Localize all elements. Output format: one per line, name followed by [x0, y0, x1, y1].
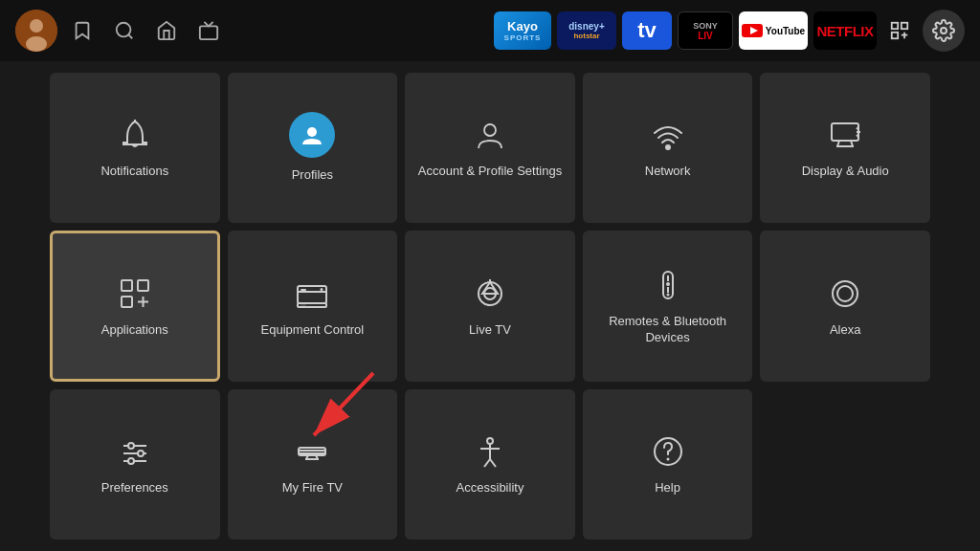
svg-line-4: [128, 34, 132, 38]
preferences-tile[interactable]: Preferences: [50, 389, 220, 540]
accessibility-label: Accessibility: [457, 480, 524, 496]
svg-line-21: [857, 127, 858, 129]
disney-hotstar-app[interactable]: disney+ hotstar: [557, 11, 616, 50]
tv-icon[interactable]: [191, 13, 226, 48]
svg-rect-8: [902, 23, 907, 29]
svg-point-12: [941, 28, 947, 33]
network-label: Network: [645, 164, 691, 180]
live-tv-icon: [471, 275, 509, 313]
equipment-control-tile[interactable]: Equipment Control: [228, 231, 398, 381]
svg-point-42: [666, 294, 669, 297]
svg-point-14: [307, 127, 317, 137]
profiles-label: Profiles: [292, 167, 333, 184]
help-tile[interactable]: Help: [583, 389, 753, 540]
alexa-tile[interactable]: Alexa: [760, 231, 930, 381]
notifications-label: Notifications: [100, 164, 168, 180]
svg-rect-25: [138, 280, 148, 291]
svg-point-1: [30, 19, 43, 33]
svg-line-60: [484, 459, 490, 467]
svg-rect-34: [301, 304, 306, 305]
my-fire-tv-label: My Fire TV: [282, 480, 343, 496]
svg-rect-31: [301, 289, 306, 291]
top-navigation: Kayo SPORTS disney+ hotstar tv SONY LIV …: [0, 0, 980, 61]
svg-point-16: [666, 145, 670, 149]
applications-tile[interactable]: Applications: [50, 231, 220, 381]
tv-app[interactable]: tv: [622, 11, 672, 50]
svg-point-49: [138, 451, 144, 456]
svg-rect-24: [122, 280, 132, 291]
svg-point-57: [487, 438, 493, 444]
kayo-app[interactable]: Kayo SPORTS: [494, 11, 551, 50]
equipment-control-icon: [293, 275, 331, 313]
svg-point-3: [117, 23, 131, 37]
my-fire-tv-icon: [293, 432, 331, 471]
svg-point-48: [128, 443, 134, 449]
bookmarks-icon[interactable]: [65, 13, 100, 48]
profiles-icon: [289, 112, 335, 158]
accessibility-tile[interactable]: Accessibility: [405, 389, 575, 540]
profiles-tile[interactable]: Profiles: [228, 73, 398, 223]
display-audio-label: Display & Audio: [802, 164, 889, 180]
settings-grid: Notifications Profiles Account & Profile…: [0, 61, 980, 551]
notifications-tile[interactable]: Notifications: [50, 73, 220, 223]
account-profile-icon: [471, 116, 509, 154]
svg-point-44: [837, 286, 853, 301]
svg-rect-9: [892, 33, 898, 38]
account-profile-settings-tile[interactable]: Account & Profile Settings: [405, 73, 575, 223]
sony-liv-app[interactable]: SONY LIV: [678, 11, 733, 50]
svg-point-32: [321, 288, 323, 291]
display-audio-tile[interactable]: Display & Audio: [760, 73, 930, 223]
svg-line-23: [857, 135, 858, 137]
network-tile[interactable]: Network: [583, 73, 753, 223]
youtube-app[interactable]: YouTube: [739, 11, 808, 50]
app-shortcuts: Kayo SPORTS disney+ hotstar tv SONY LIV …: [494, 10, 965, 52]
live-tv-label: Live TV: [469, 322, 511, 339]
remotes-bluetooth-icon: [649, 266, 687, 304]
remotes-bluetooth-tile[interactable]: Remotes & Bluetooth Devices: [583, 231, 753, 381]
svg-point-2: [26, 36, 47, 52]
alexa-icon: [826, 275, 864, 313]
apps-grid-icon[interactable]: [882, 13, 917, 48]
svg-rect-7: [892, 23, 898, 29]
settings-icon[interactable]: [923, 10, 965, 52]
account-profile-label: Account & Profile Settings: [418, 164, 562, 180]
applications-label: Applications: [101, 322, 168, 339]
svg-rect-17: [832, 123, 858, 141]
svg-point-63: [666, 457, 669, 460]
my-fire-tv-tile[interactable]: My Fire TV: [228, 389, 398, 540]
search-icon[interactable]: [107, 13, 142, 48]
accessibility-icon: [471, 432, 509, 471]
user-avatar[interactable]: [15, 10, 57, 52]
network-icon: [649, 116, 687, 154]
svg-point-50: [128, 458, 134, 464]
home-icon[interactable]: [149, 13, 184, 48]
svg-point-40: [666, 282, 670, 286]
alexa-label: Alexa: [830, 322, 861, 339]
equipment-control-label: Equipment Control: [261, 322, 365, 339]
remotes-bluetooth-label: Remotes & Bluetooth Devices: [590, 314, 746, 346]
preferences-label: Preferences: [101, 480, 168, 496]
netflix-app[interactable]: NETFLIX: [813, 11, 877, 50]
live-tv-tile[interactable]: Live TV: [405, 231, 575, 381]
preferences-icon: [116, 432, 154, 471]
svg-rect-26: [122, 297, 132, 307]
display-audio-icon: [826, 116, 864, 154]
svg-line-61: [490, 459, 496, 467]
help-icon: [649, 432, 687, 471]
svg-point-15: [484, 124, 496, 136]
applications-icon: [116, 275, 154, 313]
help-label: Help: [655, 480, 680, 496]
svg-marker-6: [750, 27, 758, 34]
notifications-icon: [116, 116, 154, 154]
svg-rect-5: [200, 26, 217, 39]
